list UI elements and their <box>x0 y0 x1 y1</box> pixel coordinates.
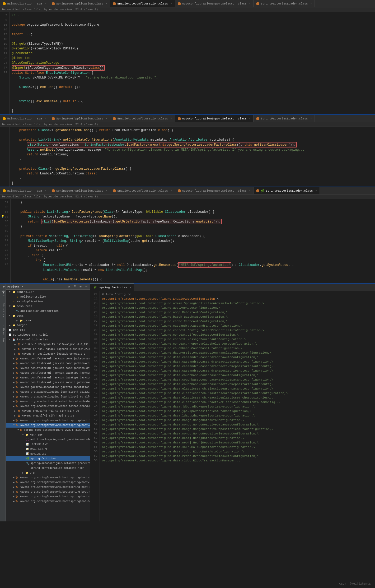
tree-item-notice[interactable]: 📝 NOTICE.txt <box>6 451 90 456</box>
panel2-tab-enable[interactable]: EnableAutoConfiguration.class × <box>110 115 175 122</box>
panel3-tab-selector[interactable]: AutoConfigurationImportSelector.class × <box>175 187 254 195</box>
tree-item-autoconfigure[interactable]: ▼ 🗜 Maven: org.springframework.boot:spri… <box>6 423 90 428</box>
tree-item-starter-json[interactable]: ▶ 🗜 Maven: org.springframework.boot:spri… <box>6 480 90 485</box>
panel3-tab-factories-loader[interactable]: 🌿 SpringFactoriesLoader.class × <box>254 187 320 195</box>
tree-item-ext-libs[interactable]: ▼ 📚 External Libraries <box>6 337 90 342</box>
panel2-tab-factories[interactable]: SpringFactoriesLoader.class × <box>254 115 315 122</box>
tree-item-spring-factories[interactable]: 🌿 spring.factories <box>6 456 90 461</box>
class-icon <box>52 2 55 5</box>
tree-item-add-metadata[interactable]: { } additional-spring-configuration-meta… <box>6 437 90 442</box>
panel2-tab-boot[interactable]: SpringBootApplication.class × <box>49 115 110 122</box>
close-panel-icon[interactable]: — <box>84 284 88 289</box>
tree-item-jackson-jdk8[interactable]: ▶ 🗜 Maven: com.fasterxml.jackson.datatyp… <box>6 371 90 375</box>
jar-icon18: 🗜 <box>15 423 19 427</box>
panel3-tab-boot[interactable]: SpringBootApplication.class × <box>49 187 110 195</box>
jar-icon24: 🗜 <box>15 494 19 499</box>
panel3-tab-bar: MainApplication.java × SpringBootApplica… <box>0 187 375 195</box>
tree-item-controller[interactable]: ▼ 📁 controller <box>6 290 90 294</box>
jar-icon22: 🗜 <box>15 485 19 489</box>
tree-item-spring-boot[interactable]: ▶ 🗜 Maven: org.springframework.boot:spri… <box>6 418 90 423</box>
java-file-icon: ☕ <box>15 295 20 299</box>
panel2-tab-selector[interactable]: AutoConfigurationImportSelector.class × <box>175 115 254 122</box>
panel2-line-numbers <box>0 127 10 187</box>
tree-item-slf4j-jul[interactable]: ▶ 🗜 Maven: org.slf4j:jul-to-slf4j:1.7.30 <box>6 409 90 413</box>
tree-item-app-props[interactable]: 🔧 application.properties <box>6 309 90 313</box>
jar-icon23: 🗜 <box>15 490 19 494</box>
tree-item-starter-tomcat[interactable]: ▶ 🗜 Maven: org.springframework.boot:spri… <box>6 489 90 494</box>
factories-line-numbers: 21 22 23 24 25 26 27 28 29 30 31 32 33 3… <box>90 291 100 521</box>
tree-item-jackson-jsr310[interactable]: ▶ 🗜 Maven: com.fasterxml.jackson.datatyp… <box>6 375 90 380</box>
panel3-info: Decompiled .class file, bytecode version… <box>0 195 375 199</box>
class-icon10 <box>113 189 116 192</box>
tree-item-tomcat-ws[interactable]: ▶ 🗜 Maven: org.apache.tomcat.embed:tomca… <box>6 404 90 409</box>
json-icon: { } <box>25 437 30 442</box>
tree-item-starter[interactable]: ▶ 🗜 Maven: org.springframework.boot:spri… <box>6 475 90 480</box>
project-side-tab[interactable]: Project <box>0 284 6 299</box>
tree-item-main-app[interactable]: ☕ MainApplication <box>6 299 90 304</box>
structure-side-tab[interactable]: Structure <box>0 301 6 320</box>
tab-main-application[interactable]: MainApplication.java × <box>0 0 49 7</box>
tree-item-jakarta[interactable]: ▶ 🗜 Maven: jakarta.annotation:jakarta.an… <box>6 385 90 390</box>
jar-icon4: 🗜 <box>15 356 19 361</box>
tree-item-log4j[interactable]: ▶ 🗜 Maven: org.apache.logging.log4j:log4… <box>6 390 90 394</box>
tree-item-test[interactable]: ▼ 📁 test <box>6 313 90 318</box>
tree-item-starter-logging[interactable]: ▶ 🗜 Maven: org.springframework.boot:spri… <box>6 485 90 489</box>
tree-item-target[interactable]: ▶ 📁 target <box>6 323 90 328</box>
tree-arrow3: ▼ <box>8 305 12 308</box>
tree-item-starter-commons[interactable]: ▶ 🗜 Maven: org.springframework.boot:spri… <box>6 499 90 504</box>
panel1-tab-bar: MainApplication.java × SpringBootApplica… <box>0 0 375 7</box>
tree-item-meta-inf[interactable]: ▼ 📁 META-INF <box>6 432 90 437</box>
sort-icon[interactable]: ≡ <box>73 284 77 289</box>
panel2-tab-main[interactable]: MainApplication.java × <box>0 115 49 122</box>
tree-item-jdk[interactable]: ▶ 🗜 < 1.8 > C:\Program Files\Java\jdk1.8… <box>6 342 90 347</box>
tree-item-log4j-slf4j[interactable]: ▶ 🗜 Maven: org.apache.logging.log4j:log4… <box>6 394 90 399</box>
jar-icon19: 🗜 <box>19 428 23 432</box>
tab-auto-config-import[interactable]: AutoConfigurationImportSelector.class × <box>175 0 254 7</box>
txt-icon3: 📝 <box>25 452 30 456</box>
tree-item-autoconfigure-metadata[interactable]: 🔧 spring-autoconfigure-metadata.properti… <box>6 461 90 466</box>
tree-item-autoconfigure-jar[interactable]: ▼ 🗜 spring-boot-autoconfigure-2.3.4.RELE… <box>6 428 90 432</box>
class-icon12 <box>256 189 259 192</box>
tree-item-resources[interactable]: ▼ 📁 resources <box>6 304 90 309</box>
panel3-line-numbers: 61 63 64 💡65 66 68 69 70 71 72 73 74 75 … <box>0 199 11 283</box>
project-panel: Project ▾ ⚙ ≡ ⊞ — ▼ 📁 controller ☕ Hello… <box>6 284 90 521</box>
tree-arrow23: ▶ <box>13 414 17 417</box>
tree-arrow: ▼ <box>8 291 12 293</box>
tree-item-starter-web[interactable]: ▶ 🗜 Maven: org.springframework.boot:spri… <box>6 494 90 499</box>
tree-item-logback-core[interactable]: ▶ 🗜 Maven: ch.qos.logback:logback-core:1… <box>6 351 90 356</box>
tree-item-org[interactable]: ▶ 📁 org <box>6 470 90 475</box>
expand-icon[interactable]: ⊞ <box>78 284 83 289</box>
tree-item-slf4j-api[interactable]: ▶ 🗜 Maven: org.slf4j:slf4j-api:1.7.30 <box>6 413 90 418</box>
tab-spring-boot-app[interactable]: SpringBootApplication.class × <box>49 0 110 7</box>
tree-arrow28: ▶ <box>21 471 25 474</box>
favorites-side-tab[interactable]: ☆ Favorites <box>0 322 6 345</box>
class-icon3 <box>178 2 181 5</box>
jar-icon16: 🗜 <box>17 414 21 418</box>
jar-icon: 🗜 <box>17 342 21 346</box>
tree-item-license[interactable]: 📝 LICENSE.txt <box>6 442 90 447</box>
tree-item-tomcat-embed[interactable]: ▶ 🗜 Maven: org.apache.tomcat.embed:tomca… <box>6 399 90 404</box>
panel3-tab-main[interactable]: MainApplication.java × <box>0 187 49 195</box>
panel2-info: Decompiled .class file, bytecode version… <box>0 122 375 127</box>
tree-item-jackson-module[interactable]: ▶ 🗜 Maven: com.fasterxml.jackson.module:… <box>6 380 90 385</box>
tree-item-jackson-databind[interactable]: ▶ 🗜 Maven: com.fasterxml.jackson.core:ja… <box>6 366 90 371</box>
tree-item-logback[interactable]: ▶ 🗜 Maven: ch.qos.logback:logback-classi… <box>6 347 90 351</box>
panel3-tab-enable[interactable]: EnableAutoConfiguration.class × <box>110 187 175 195</box>
tree-item-spring-config-metadata[interactable]: { } spring-configuration-metadata.json <box>6 466 90 470</box>
tab-spring-factories-file[interactable]: 🌿 spring.factories × <box>90 284 134 291</box>
tab-spring-factories-loader[interactable]: SpringFactoriesLoader.class × <box>254 0 315 7</box>
bottom-split: Project Structure ☆ Favorites Project ▾ … <box>0 284 375 521</box>
jar-icon5: 🗜 <box>15 361 19 365</box>
tree-item-hello-controller[interactable]: ☕ HelloController <box>6 294 90 299</box>
tree-arrow4: ▼ <box>8 314 12 317</box>
settings-icon[interactable]: ⚙ <box>67 284 71 289</box>
jar-icon20: 🗜 <box>15 475 19 480</box>
tree-item-iml[interactable]: 📄 springboot-start.iml <box>6 332 90 337</box>
tab-enable-auto-config[interactable]: EnableAutoConfiguration.class × <box>110 0 175 7</box>
prop-icon: 🔧 <box>15 309 20 313</box>
tree-item-manifest[interactable]: 📝 MANIFEST.MF <box>6 447 90 451</box>
tree-item-java[interactable]: ▶ 📁 java <box>6 318 90 323</box>
tree-item-jackson-core[interactable]: ▶ 🗜 Maven: com.fasterxml.jackson.core:ja… <box>6 361 90 366</box>
tree-item-jackson-ann[interactable]: ▶ 🗜 Maven: com.fasterxml.jackson.core:ja… <box>6 356 90 361</box>
tree-item-pom[interactable]: 📄 pom.xml <box>6 328 90 332</box>
